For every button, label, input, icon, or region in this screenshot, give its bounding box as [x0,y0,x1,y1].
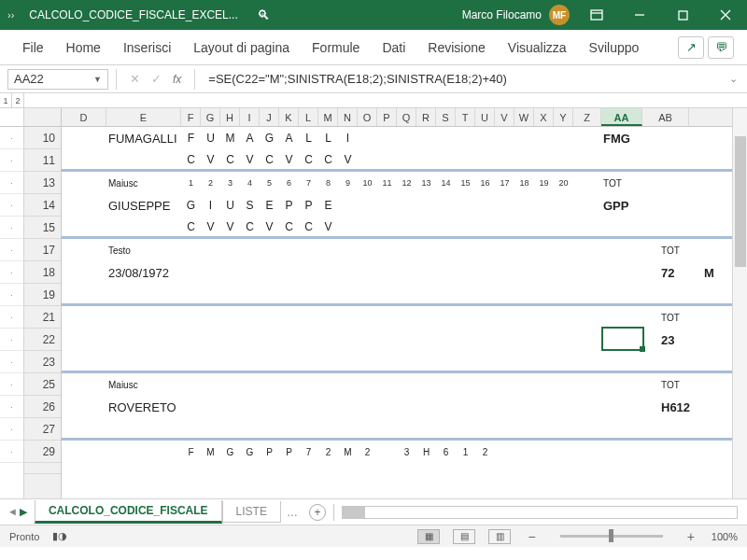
ribbon-display-icon[interactable] [575,0,618,30]
col-header[interactable]: J [260,108,279,126]
tab-file[interactable]: File [13,35,53,61]
chevron-down-icon[interactable]: ▼ [93,75,102,84]
row-header[interactable] [24,463,61,474]
col-header[interactable]: Y [554,108,573,126]
row-header[interactable]: 13 [24,172,61,194]
row-header[interactable]: 26 [24,396,61,418]
row-header[interactable]: 23 [24,351,61,373]
comments-button[interactable]: 💬︎ [708,36,734,59]
cell[interactable]: TOT [659,313,700,323]
cell[interactable]: V [240,153,260,166]
cell[interactable]: F [181,132,201,145]
sheet-tab[interactable]: LISTE [222,501,281,523]
col-header[interactable]: P [377,108,397,126]
expand-formula-icon[interactable]: ⌄ [720,73,747,85]
minimize-button[interactable] [618,0,661,30]
cell[interactable]: ROVERETO [106,400,181,414]
vertical-scrollbar[interactable] [732,108,747,498]
sheet-tab-active[interactable]: CALCOLO_CODICE_FISCALE [35,500,222,524]
sheet-more-icon[interactable]: … [281,506,303,519]
cell[interactable]: C [318,153,338,166]
cell[interactable]: C [220,153,240,166]
col-header[interactable]: N [338,108,358,126]
cell[interactable]: Testo [106,245,181,256]
tab-revisione[interactable]: Revisione [418,35,494,61]
tab-dati[interactable]: Dati [373,35,415,61]
outline-level-2[interactable]: 2 [12,93,24,107]
cell[interactable]: TOT [659,380,700,390]
zoom-level[interactable]: 100% [712,531,738,542]
cell[interactable]: TOT [659,245,700,256]
row-header[interactable]: 14 [24,194,61,217]
row-header[interactable]: 17 [24,239,61,261]
maximize-button[interactable] [661,0,704,30]
cell[interactable]: GIUSEPPE [106,199,181,213]
zoom-in-button[interactable]: + [684,529,698,544]
cell[interactable]: V [201,153,220,166]
cell[interactable]: M [220,132,240,145]
horizontal-scrollbar[interactable] [342,506,738,519]
formula-input[interactable]: =SE(C22="M";SINISTRA(E18;2);SINISTRA(E18… [203,72,720,86]
fx-icon[interactable]: fx [167,73,187,86]
cell[interactable]: Maiusc [106,178,181,189]
row-header[interactable]: 27 [24,418,61,441]
col-header[interactable]: O [358,108,377,126]
tab-inserisci[interactable]: Inserisci [114,35,180,61]
tab-visualizza[interactable]: Visualizza [499,35,576,61]
zoom-out-button[interactable]: − [524,529,539,544]
col-header[interactable]: Z [573,108,601,126]
view-page-layout-button[interactable]: ▤ [453,529,475,544]
col-header[interactable]: K [279,108,299,126]
tab-layout[interactable]: Layout di pagina [184,35,299,61]
col-header[interactable]: W [514,108,534,126]
col-header[interactable]: T [456,108,475,126]
cell[interactable]: Maiusc [106,380,181,390]
row-header[interactable]: 10 [24,127,61,149]
share-button[interactable]: ↗ [678,36,704,59]
cell-selected[interactable]: 23 [659,333,700,347]
tab-sviluppo[interactable]: Sviluppo [580,35,649,61]
row-header[interactable]: 21 [24,306,61,329]
col-header[interactable]: H [220,108,240,126]
col-header[interactable]: G [201,108,220,126]
view-page-break-button[interactable]: ▥ [488,529,511,544]
col-header[interactable]: S [436,108,456,126]
cell[interactable]: V [279,153,299,166]
macro-record-icon[interactable]: ▮◑ [52,530,67,542]
search-icon[interactable]: 🔍︎ [257,7,270,22]
col-header[interactable]: V [495,108,514,126]
col-header[interactable]: M [318,108,338,126]
row-header[interactable]: 29 [24,441,61,463]
sheet-nav[interactable]: ◄▶ [0,506,35,518]
add-sheet-button[interactable]: + [309,504,326,521]
col-header[interactable]: D [62,108,106,126]
cell[interactable]: L [318,132,338,145]
col-header[interactable]: Q [397,108,416,126]
quick-access-more-icon[interactable]: ›› [7,9,14,21]
zoom-slider[interactable] [560,535,663,538]
col-header[interactable]: F [181,108,201,126]
tab-home[interactable]: Home [57,35,110,61]
cell[interactable]: U [201,132,220,145]
cell[interactable]: H612 [659,400,700,414]
cell[interactable]: TOT [601,178,642,189]
row-header[interactable]: 18 [24,261,61,284]
cell[interactable]: 23/08/1972 [106,266,218,280]
row-header[interactable]: 11 [24,149,61,172]
col-header[interactable]: AB [642,108,689,126]
col-header-active[interactable]: AA [601,108,642,126]
cell[interactable]: C [299,153,318,166]
col-header[interactable]: U [475,108,495,126]
row-header[interactable]: 22 [24,329,61,351]
cell[interactable]: 72 [659,266,700,280]
cell[interactable]: C [181,153,201,166]
cells-area[interactable]: FUMAGALLI F U M A G A L L I FMG C V C V … [62,127,747,474]
cell[interactable]: FMG [601,132,642,146]
view-normal-button[interactable]: ▦ [417,529,440,544]
col-header[interactable]: L [299,108,318,126]
row-header[interactable]: 15 [24,217,61,239]
col-header[interactable]: E [106,108,181,126]
name-box[interactable]: AA22 ▼ [7,69,108,90]
col-header[interactable]: R [416,108,436,126]
cell[interactable]: GPP [601,199,642,213]
